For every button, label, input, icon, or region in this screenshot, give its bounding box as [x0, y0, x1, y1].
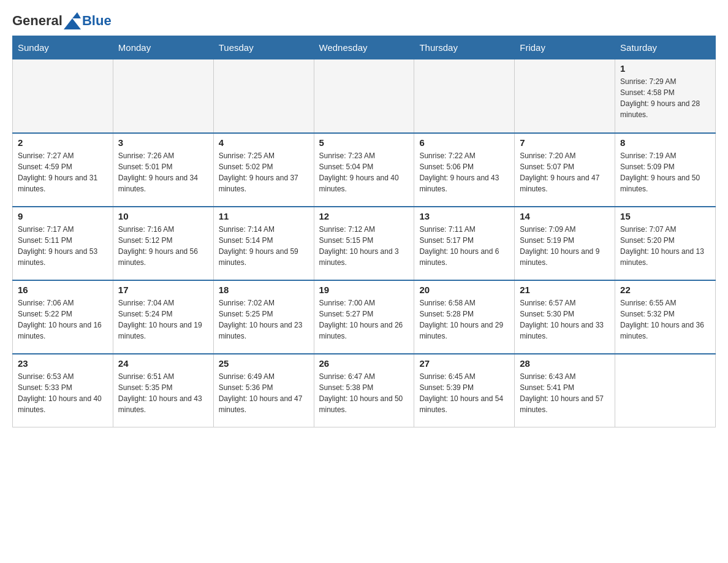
day-info: Sunrise: 7:19 AMSunset: 5:09 PMDaylight:… [620, 150, 710, 194]
calendar-cell: 15Sunrise: 7:07 AMSunset: 5:20 PMDayligh… [615, 207, 716, 280]
logo-icon [64, 12, 81, 29]
calendar-cell [615, 354, 716, 427]
day-info: Sunrise: 7:22 AMSunset: 5:06 PMDaylight:… [419, 150, 509, 194]
weekday-header-saturday: Saturday [615, 36, 716, 59]
day-number: 21 [520, 285, 610, 295]
day-number: 1 [620, 63, 710, 74]
day-info: Sunrise: 6:47 AMSunset: 5:38 PMDaylight:… [319, 371, 409, 415]
calendar-cell: 5Sunrise: 7:23 AMSunset: 5:04 PMDaylight… [314, 133, 414, 207]
day-number: 16 [18, 285, 108, 295]
day-info: Sunrise: 6:57 AMSunset: 5:30 PMDaylight:… [520, 297, 610, 342]
day-info: Sunrise: 6:58 AMSunset: 5:28 PMDaylight:… [419, 297, 509, 342]
weekday-header-friday: Friday [515, 36, 615, 59]
day-number: 14 [520, 211, 610, 221]
day-number: 9 [18, 211, 108, 221]
day-info: Sunrise: 6:51 AMSunset: 5:35 PMDaylight:… [118, 371, 208, 415]
calendar-cell: 19Sunrise: 7:00 AMSunset: 5:27 PMDayligh… [314, 280, 414, 354]
day-number: 20 [419, 285, 509, 295]
day-number: 5 [319, 137, 409, 148]
day-info: Sunrise: 7:26 AMSunset: 5:01 PMDaylight:… [118, 150, 208, 194]
calendar-cell: 28Sunrise: 6:43 AMSunset: 5:41 PMDayligh… [515, 354, 615, 427]
day-number: 22 [620, 285, 710, 295]
day-info: Sunrise: 7:20 AMSunset: 5:07 PMDaylight:… [520, 150, 610, 194]
calendar-cell: 17Sunrise: 7:04 AMSunset: 5:24 PMDayligh… [113, 280, 213, 354]
calendar-cell: 8Sunrise: 7:19 AMSunset: 5:09 PMDaylight… [615, 133, 716, 207]
day-info: Sunrise: 7:09 AMSunset: 5:19 PMDaylight:… [520, 224, 610, 268]
calendar-cell: 24Sunrise: 6:51 AMSunset: 5:35 PMDayligh… [113, 354, 213, 427]
day-number: 28 [520, 358, 610, 369]
calendar-week-row: 23Sunrise: 6:53 AMSunset: 5:33 PMDayligh… [13, 354, 716, 427]
day-info: Sunrise: 7:06 AMSunset: 5:22 PMDaylight:… [18, 297, 108, 342]
calendar-cell: 2Sunrise: 7:27 AMSunset: 4:59 PMDaylight… [13, 133, 113, 207]
calendar-cell: 26Sunrise: 6:47 AMSunset: 5:38 PMDayligh… [314, 354, 414, 427]
calendar-cell: 10Sunrise: 7:16 AMSunset: 5:12 PMDayligh… [113, 207, 213, 280]
weekday-header-monday: Monday [113, 36, 213, 59]
day-number: 15 [620, 211, 710, 221]
weekday-header-wednesday: Wednesday [314, 36, 414, 59]
day-info: Sunrise: 6:55 AMSunset: 5:32 PMDaylight:… [620, 297, 710, 342]
day-info: Sunrise: 7:23 AMSunset: 5:04 PMDaylight:… [319, 150, 409, 194]
day-info: Sunrise: 7:07 AMSunset: 5:20 PMDaylight:… [620, 224, 710, 268]
day-number: 10 [118, 211, 208, 221]
calendar-cell [13, 59, 113, 133]
calendar-cell: 7Sunrise: 7:20 AMSunset: 5:07 PMDaylight… [515, 133, 615, 207]
calendar-cell: 11Sunrise: 7:14 AMSunset: 5:14 PMDayligh… [213, 207, 314, 280]
weekday-header-thursday: Thursday [414, 36, 515, 59]
calendar-cell [314, 59, 414, 133]
calendar-week-row: 1Sunrise: 7:29 AMSunset: 4:58 PMDaylight… [13, 59, 716, 133]
day-number: 11 [219, 211, 309, 221]
day-info: Sunrise: 6:43 AMSunset: 5:41 PMDaylight:… [520, 371, 610, 415]
calendar-cell [414, 59, 515, 133]
day-number: 17 [118, 285, 208, 295]
day-info: Sunrise: 7:27 AMSunset: 4:59 PMDaylight:… [18, 150, 108, 194]
page-header: General Blue [12, 12, 716, 29]
calendar-cell [113, 59, 213, 133]
calendar-cell: 22Sunrise: 6:55 AMSunset: 5:32 PMDayligh… [615, 280, 716, 354]
day-info: Sunrise: 7:12 AMSunset: 5:15 PMDaylight:… [319, 224, 409, 268]
weekday-header-sunday: Sunday [13, 36, 113, 59]
calendar-cell: 13Sunrise: 7:11 AMSunset: 5:17 PMDayligh… [414, 207, 515, 280]
calendar-cell: 23Sunrise: 6:53 AMSunset: 5:33 PMDayligh… [13, 354, 113, 427]
calendar-cell: 27Sunrise: 6:45 AMSunset: 5:39 PMDayligh… [414, 354, 515, 427]
day-info: Sunrise: 6:53 AMSunset: 5:33 PMDaylight:… [18, 371, 108, 415]
calendar-table: SundayMondayTuesdayWednesdayThursdayFrid… [12, 36, 716, 427]
calendar-cell [213, 59, 314, 133]
weekday-header-tuesday: Tuesday [213, 36, 314, 59]
day-number: 13 [419, 211, 509, 221]
day-info: Sunrise: 7:17 AMSunset: 5:11 PMDaylight:… [18, 224, 108, 268]
calendar-week-row: 9Sunrise: 7:17 AMSunset: 5:11 PMDaylight… [13, 207, 716, 280]
calendar-cell: 3Sunrise: 7:26 AMSunset: 5:01 PMDaylight… [113, 133, 213, 207]
calendar-cell: 25Sunrise: 6:49 AMSunset: 5:36 PMDayligh… [213, 354, 314, 427]
day-number: 23 [18, 358, 108, 369]
day-info: Sunrise: 7:00 AMSunset: 5:27 PMDaylight:… [319, 297, 409, 342]
day-number: 3 [118, 137, 208, 148]
day-number: 6 [419, 137, 509, 148]
logo: General Blue [12, 12, 112, 29]
calendar-week-row: 2Sunrise: 7:27 AMSunset: 4:59 PMDaylight… [13, 133, 716, 207]
logo-blue-text: Blue [82, 13, 112, 29]
calendar-cell: 4Sunrise: 7:25 AMSunset: 5:02 PMDaylight… [213, 133, 314, 207]
day-number: 8 [620, 137, 710, 148]
day-number: 2 [18, 137, 108, 148]
calendar-cell: 21Sunrise: 6:57 AMSunset: 5:30 PMDayligh… [515, 280, 615, 354]
calendar-cell: 12Sunrise: 7:12 AMSunset: 5:15 PMDayligh… [314, 207, 414, 280]
day-number: 7 [520, 137, 610, 148]
day-info: Sunrise: 7:02 AMSunset: 5:25 PMDaylight:… [219, 297, 309, 342]
calendar-cell: 18Sunrise: 7:02 AMSunset: 5:25 PMDayligh… [213, 280, 314, 354]
calendar-cell: 1Sunrise: 7:29 AMSunset: 4:58 PMDaylight… [615, 59, 716, 133]
day-number: 4 [219, 137, 309, 148]
day-number: 18 [219, 285, 309, 295]
day-number: 24 [118, 358, 208, 369]
calendar-header-row: SundayMondayTuesdayWednesdayThursdayFrid… [13, 36, 716, 59]
svg-marker-1 [72, 12, 81, 18]
day-number: 27 [419, 358, 509, 369]
logo-general-text: General [12, 13, 63, 29]
calendar-cell: 9Sunrise: 7:17 AMSunset: 5:11 PMDaylight… [13, 207, 113, 280]
calendar-cell [515, 59, 615, 133]
day-number: 25 [219, 358, 309, 369]
day-info: Sunrise: 7:16 AMSunset: 5:12 PMDaylight:… [118, 224, 208, 268]
day-info: Sunrise: 6:49 AMSunset: 5:36 PMDaylight:… [219, 371, 309, 415]
day-number: 12 [319, 211, 409, 221]
day-info: Sunrise: 7:11 AMSunset: 5:17 PMDaylight:… [419, 224, 509, 268]
calendar-cell: 14Sunrise: 7:09 AMSunset: 5:19 PMDayligh… [515, 207, 615, 280]
